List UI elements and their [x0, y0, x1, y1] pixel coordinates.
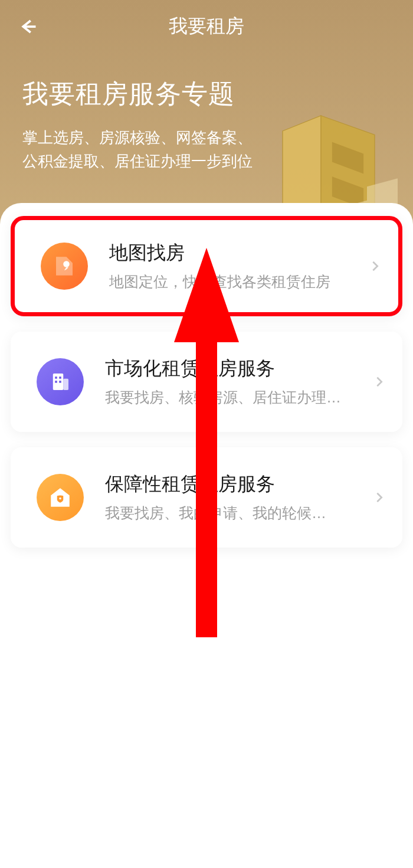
- header-banner: 我要租房服务专题 掌上选房、房源核验、网签备案、 公积金提取、居住证办理一步到位: [0, 53, 413, 203]
- svg-rect-8: [63, 378, 68, 389]
- list-item-text: 市场化租赁住房服务 我要找房、核验房源、居住证办理…: [105, 356, 365, 407]
- chevron-right-icon: [373, 375, 386, 388]
- chevron-right-icon: [369, 260, 382, 273]
- list-item-desc: 我要找房、我的申请、我的轮候…: [105, 503, 365, 523]
- list-item-title: 地图找房: [109, 240, 360, 266]
- building-icon: [37, 358, 84, 405]
- svg-rect-11: [55, 381, 57, 383]
- list-item-map-search[interactable]: 地图找房 地图定位，快捷查找各类租赁住房: [11, 216, 402, 316]
- banner-subtitle: 掌上选房、房源核验、网签备案、 公积金提取、居住证办理一步到位: [22, 126, 282, 173]
- svg-rect-7: [53, 374, 64, 390]
- list-item-title: 保障性租赁住房服务: [105, 471, 365, 497]
- content-sheet: 地图找房 地图定位，快捷查找各类租赁住房 市场化租赁住房服务 我要找房、核验房源…: [0, 203, 413, 868]
- list-item-subsidized-rental[interactable]: 保障性租赁住房服务 我要找房、我的申请、我的轮候…: [11, 447, 402, 548]
- back-button[interactable]: [18, 16, 39, 37]
- chevron-right-icon: [373, 491, 386, 504]
- svg-rect-12: [59, 381, 61, 383]
- list-item-desc: 地图定位，快捷查找各类租赁住房: [109, 272, 360, 291]
- navbar: 我要租房: [0, 0, 413, 53]
- list-item-text: 保障性租赁住房服务 我要找房、我的申请、我的轮候…: [105, 471, 365, 523]
- list-item-text: 地图找房 地图定位，快捷查找各类租赁住房: [109, 240, 360, 291]
- list-item-market-rental[interactable]: 市场化租赁住房服务 我要找房、核验房源、居住证办理…: [11, 332, 402, 432]
- svg-rect-10: [59, 376, 61, 379]
- list-item-title: 市场化租赁住房服务: [105, 356, 365, 382]
- svg-point-13: [59, 497, 61, 500]
- page-title: 我要租房: [169, 14, 244, 40]
- svg-marker-2: [333, 143, 363, 173]
- svg-point-6: [63, 261, 70, 267]
- arrow-left-icon: [19, 18, 37, 35]
- banner-title: 我要租房服务专题: [22, 77, 391, 112]
- list-item-desc: 我要找房、核验房源、居住证办理…: [105, 388, 365, 407]
- svg-rect-9: [55, 376, 57, 379]
- house-shield-icon: [37, 474, 84, 521]
- map-pin-icon: [41, 243, 88, 290]
